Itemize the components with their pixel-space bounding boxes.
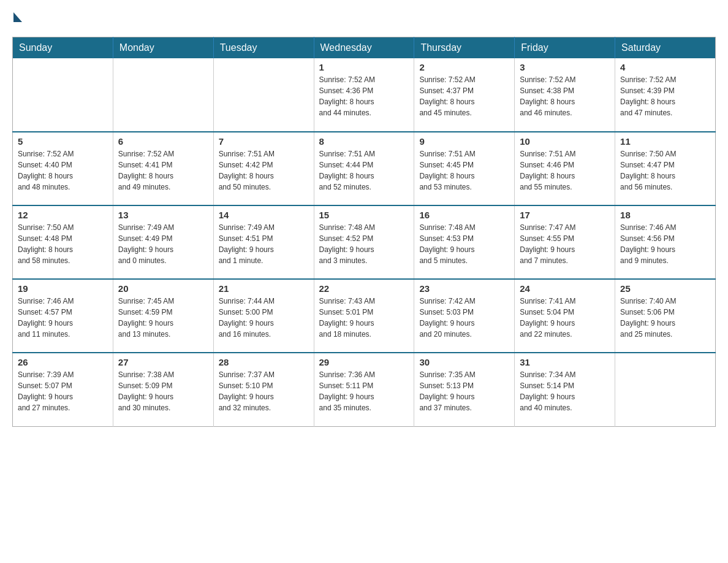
calendar-cell — [113, 58, 213, 132]
calendar-cell: 3Sunrise: 7:52 AM Sunset: 4:38 PM Daylig… — [515, 58, 615, 132]
day-number: 10 — [520, 136, 610, 147]
calendar-cell: 6Sunrise: 7:52 AM Sunset: 4:41 PM Daylig… — [113, 132, 213, 205]
calendar-week-row: 19Sunrise: 7:46 AM Sunset: 4:57 PM Dayli… — [13, 279, 716, 353]
day-info: Sunrise: 7:45 AM Sunset: 4:59 PM Dayligh… — [118, 296, 208, 340]
day-number: 16 — [419, 210, 509, 220]
day-number: 15 — [319, 210, 409, 220]
day-info: Sunrise: 7:46 AM Sunset: 4:56 PM Dayligh… — [620, 222, 710, 266]
day-number: 11 — [620, 136, 710, 147]
calendar-cell: 16Sunrise: 7:48 AM Sunset: 4:53 PM Dayli… — [414, 205, 515, 279]
day-info: Sunrise: 7:52 AM Sunset: 4:39 PM Dayligh… — [620, 74, 710, 118]
calendar-cell: 26Sunrise: 7:39 AM Sunset: 5:07 PM Dayli… — [13, 353, 113, 426]
calendar-week-row: 1Sunrise: 7:52 AM Sunset: 4:36 PM Daylig… — [13, 58, 716, 132]
day-info: Sunrise: 7:37 AM Sunset: 5:10 PM Dayligh… — [219, 369, 309, 413]
day-number: 3 — [520, 62, 610, 72]
day-number: 31 — [520, 357, 610, 367]
day-info: Sunrise: 7:52 AM Sunset: 4:37 PM Dayligh… — [419, 74, 509, 118]
calendar-cell: 13Sunrise: 7:49 AM Sunset: 4:49 PM Dayli… — [113, 205, 213, 279]
day-info: Sunrise: 7:42 AM Sunset: 5:03 PM Dayligh… — [419, 296, 509, 340]
calendar-cell: 25Sunrise: 7:40 AM Sunset: 5:06 PM Dayli… — [615, 279, 716, 353]
calendar-cell: 31Sunrise: 7:34 AM Sunset: 5:14 PM Dayli… — [515, 353, 615, 426]
day-number: 7 — [219, 136, 309, 147]
day-number: 28 — [219, 357, 309, 367]
calendar-cell: 11Sunrise: 7:50 AM Sunset: 4:47 PM Dayli… — [615, 132, 716, 205]
calendar-table: SundayMondayTuesdayWednesdayThursdayFrid… — [12, 37, 716, 427]
day-number: 13 — [118, 210, 208, 220]
day-number: 20 — [118, 283, 208, 294]
calendar-cell: 1Sunrise: 7:52 AM Sunset: 4:36 PM Daylig… — [314, 58, 414, 132]
weekday-header-monday: Monday — [113, 37, 213, 59]
calendar-cell: 30Sunrise: 7:35 AM Sunset: 5:13 PM Dayli… — [414, 353, 515, 426]
calendar-cell: 14Sunrise: 7:49 AM Sunset: 4:51 PM Dayli… — [213, 205, 314, 279]
day-number: 1 — [319, 62, 409, 72]
day-number: 21 — [219, 283, 309, 294]
day-number: 18 — [620, 210, 710, 220]
day-number: 8 — [319, 136, 409, 147]
calendar-cell: 7Sunrise: 7:51 AM Sunset: 4:42 PM Daylig… — [213, 132, 314, 205]
weekday-header-row: SundayMondayTuesdayWednesdayThursdayFrid… — [13, 37, 716, 59]
day-info: Sunrise: 7:46 AM Sunset: 4:57 PM Dayligh… — [18, 296, 108, 340]
day-info: Sunrise: 7:40 AM Sunset: 5:06 PM Dayligh… — [620, 296, 710, 340]
calendar-week-row: 5Sunrise: 7:52 AM Sunset: 4:40 PM Daylig… — [13, 132, 716, 205]
day-info: Sunrise: 7:52 AM Sunset: 4:41 PM Dayligh… — [118, 148, 208, 193]
day-info: Sunrise: 7:38 AM Sunset: 5:09 PM Dayligh… — [118, 369, 208, 413]
calendar-cell: 4Sunrise: 7:52 AM Sunset: 4:39 PM Daylig… — [615, 58, 716, 132]
day-info: Sunrise: 7:39 AM Sunset: 5:07 PM Dayligh… — [18, 369, 108, 413]
calendar-cell: 27Sunrise: 7:38 AM Sunset: 5:09 PM Dayli… — [113, 353, 213, 426]
day-info: Sunrise: 7:47 AM Sunset: 4:55 PM Dayligh… — [520, 222, 610, 266]
day-number: 25 — [620, 283, 710, 294]
day-number: 6 — [118, 136, 208, 147]
day-info: Sunrise: 7:36 AM Sunset: 5:11 PM Dayligh… — [319, 369, 409, 413]
day-number: 24 — [520, 283, 610, 294]
day-info: Sunrise: 7:50 AM Sunset: 4:48 PM Dayligh… — [18, 222, 108, 266]
day-number: 29 — [319, 357, 409, 367]
day-info: Sunrise: 7:43 AM Sunset: 5:01 PM Dayligh… — [319, 296, 409, 340]
calendar-cell: 5Sunrise: 7:52 AM Sunset: 4:40 PM Daylig… — [13, 132, 113, 205]
day-number: 27 — [118, 357, 208, 367]
day-info: Sunrise: 7:35 AM Sunset: 5:13 PM Dayligh… — [419, 369, 509, 413]
day-number: 14 — [219, 210, 309, 220]
calendar-cell: 20Sunrise: 7:45 AM Sunset: 4:59 PM Dayli… — [113, 279, 213, 353]
calendar-cell: 24Sunrise: 7:41 AM Sunset: 5:04 PM Dayli… — [515, 279, 615, 353]
weekday-header-thursday: Thursday — [414, 37, 515, 59]
calendar-cell: 19Sunrise: 7:46 AM Sunset: 4:57 PM Dayli… — [13, 279, 113, 353]
day-info: Sunrise: 7:52 AM Sunset: 4:36 PM Dayligh… — [319, 74, 409, 118]
day-info: Sunrise: 7:48 AM Sunset: 4:53 PM Dayligh… — [419, 222, 509, 266]
calendar-cell: 17Sunrise: 7:47 AM Sunset: 4:55 PM Dayli… — [515, 205, 615, 279]
day-info: Sunrise: 7:52 AM Sunset: 4:38 PM Dayligh… — [520, 74, 610, 118]
day-info: Sunrise: 7:49 AM Sunset: 4:51 PM Dayligh… — [219, 222, 309, 266]
day-info: Sunrise: 7:52 AM Sunset: 4:40 PM Dayligh… — [18, 148, 108, 193]
day-info: Sunrise: 7:49 AM Sunset: 4:49 PM Dayligh… — [118, 222, 208, 266]
logo-chevron-icon — [13, 12, 22, 22]
weekday-header-tuesday: Tuesday — [213, 37, 314, 59]
day-info: Sunrise: 7:51 AM Sunset: 4:45 PM Dayligh… — [419, 148, 509, 193]
day-number: 22 — [319, 283, 409, 294]
weekday-header-wednesday: Wednesday — [314, 37, 414, 59]
calendar-week-row: 26Sunrise: 7:39 AM Sunset: 5:07 PM Dayli… — [13, 353, 716, 426]
calendar-cell: 15Sunrise: 7:48 AM Sunset: 4:52 PM Dayli… — [314, 205, 414, 279]
day-info: Sunrise: 7:34 AM Sunset: 5:14 PM Dayligh… — [520, 369, 610, 413]
calendar-cell: 21Sunrise: 7:44 AM Sunset: 5:00 PM Dayli… — [213, 279, 314, 353]
calendar-cell — [213, 58, 314, 132]
day-number: 19 — [18, 283, 108, 294]
weekday-header-friday: Friday — [515, 37, 615, 59]
day-number: 26 — [18, 357, 108, 367]
day-info: Sunrise: 7:51 AM Sunset: 4:44 PM Dayligh… — [319, 148, 409, 193]
page-header — [12, 12, 716, 25]
logo — [12, 12, 22, 25]
calendar-cell: 12Sunrise: 7:50 AM Sunset: 4:48 PM Dayli… — [13, 205, 113, 279]
day-number: 30 — [419, 357, 509, 367]
day-info: Sunrise: 7:44 AM Sunset: 5:00 PM Dayligh… — [219, 296, 309, 340]
day-number: 17 — [520, 210, 610, 220]
calendar-cell: 22Sunrise: 7:43 AM Sunset: 5:01 PM Dayli… — [314, 279, 414, 353]
day-number: 4 — [620, 62, 710, 72]
day-number: 5 — [18, 136, 108, 147]
day-number: 23 — [419, 283, 509, 294]
calendar-cell: 8Sunrise: 7:51 AM Sunset: 4:44 PM Daylig… — [314, 132, 414, 205]
weekday-header-sunday: Sunday — [13, 37, 113, 59]
weekday-header-saturday: Saturday — [615, 37, 716, 59]
calendar-cell: 2Sunrise: 7:52 AM Sunset: 4:37 PM Daylig… — [414, 58, 515, 132]
day-info: Sunrise: 7:51 AM Sunset: 4:42 PM Dayligh… — [219, 148, 309, 193]
day-info: Sunrise: 7:50 AM Sunset: 4:47 PM Dayligh… — [620, 148, 710, 193]
day-info: Sunrise: 7:48 AM Sunset: 4:52 PM Dayligh… — [319, 222, 409, 266]
